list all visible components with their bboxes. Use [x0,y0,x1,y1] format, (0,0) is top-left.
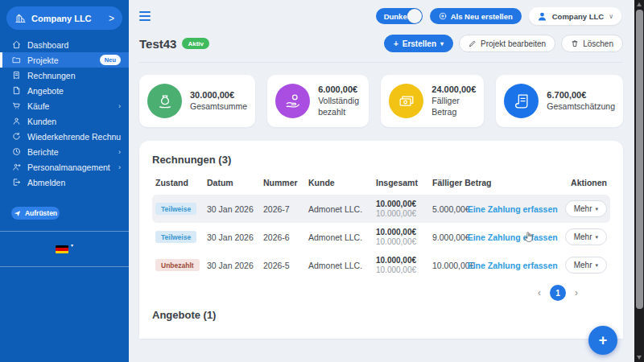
cash-icon [389,84,423,118]
create-as-new-button[interactable]: Als Neu erstellen [430,8,522,24]
table-row: Teilweise 30 Jan 2026 2026-7 Admonet LLC… [152,195,610,223]
invoice-date: 30 Jan 2026 [204,251,260,279]
upgrade-button[interactable]: Aufrüsten [11,207,60,220]
col-insgesamt: Insgesamt [373,169,429,195]
user-avatar-icon [537,11,547,22]
quotes-title: Angebote (1) [152,309,610,321]
col-datum: Datum [204,169,260,195]
plus-circle-icon [439,12,447,20]
caret-down-icon: ▾ [71,243,73,248]
invoice-customer: Admonet LLC. [305,223,373,251]
caret-down-icon: ▾ [595,234,598,241]
invoices-card: Rechnungen (3) Zustand Datum Nummer Kund… [139,141,623,339]
scroll-down-icon[interactable] [637,356,642,360]
invoice-icon [12,71,21,80]
status-badge: Aktiv [182,38,209,49]
scrollbar[interactable] [634,0,644,362]
sidebar-item-rechnungen[interactable]: Rechnungen [0,68,129,83]
edit-project-button[interactable]: Projekt bearbeiten [459,35,555,52]
plus-icon: + [599,332,608,349]
logout-icon [12,178,21,187]
add-floating-button[interactable]: + [588,326,617,355]
sidebar-item-projekte[interactable]: Projekte Neu [0,52,129,68]
sidebar-item-personalmanagement[interactable]: Personalmanagement (HRM) › [0,159,129,175]
col-nummer: Nummer [260,169,305,195]
sidebar-item-kunden[interactable]: Kunden [0,113,129,129]
table-row: Unbezahlt 30 Jan 2026 2026-5 Admonet LLC… [152,251,610,279]
chevron-down-icon: ∨ [609,13,613,20]
stat-card-estimate: 6.700,00€ Gesamtschätzung [496,75,623,127]
sidebar-item-angebote[interactable]: Angebote [0,83,129,98]
sidebar-item-berichte[interactable]: Berichte › [0,144,129,159]
account-dropdown[interactable]: Company LLC ∨ [529,7,621,25]
more-button[interactable]: Mehr ▾ [565,228,607,245]
caret-down-icon: ▾ [440,40,444,47]
record-payment-link[interactable]: Eine Zahlung erfassen [468,232,558,242]
topbar: Dunkel Als Neu erstellen Company LLC ∨ [129,0,634,25]
delete-button[interactable]: Löschen [561,35,623,52]
sidebar-item-wiederkehrende-rechnung[interactable]: Wiederkehrende Rechnung [0,129,129,144]
hand-coin-icon [275,84,310,118]
invoice-customer: Admonet LLC. [305,195,373,223]
language-selector[interactable]: ▾ [0,243,129,256]
german-flag-icon [56,245,68,253]
record-payment-link[interactable]: Eine Zahlung erfassen [468,204,558,214]
invoice-number: 2026-5 [260,251,305,279]
invoice-customer: Admonet LLC. [305,251,373,279]
col-faelliger-betrag: Fälliger Betrag [429,169,497,195]
page-content: Test43 Aktiv + Erstellen ▾ Projekt bearb… [129,35,634,339]
pagination-page-1[interactable]: 1 [550,285,566,301]
company-logo-label: Company LLC [31,14,104,23]
sidebar-divider [0,231,129,232]
recurring-icon [12,132,21,141]
paper-plane-icon [14,210,21,217]
dark-mode-label: Dunkel [384,12,410,21]
status-badge: Unbezahlt [155,259,200,271]
scroll-up-icon[interactable] [637,2,642,6]
menu-icon[interactable] [139,11,151,22]
main-area: Dunkel Als Neu erstellen Company LLC ∨ T… [129,0,634,362]
divider [139,62,623,63]
sidebar-item-dashboard[interactable]: Dashboard [0,37,129,52]
sidebar: Company LLC > Dashboard Projekte Neu Rec… [0,0,129,362]
pagination-next-icon[interactable]: › [575,288,578,298]
more-button[interactable]: Mehr ▾ [565,257,607,274]
record-payment-link[interactable]: Eine Zahlung erfassen [468,261,558,270]
pencil-icon [469,39,477,47]
chevron-right-icon: › [118,102,121,110]
invoices-title: Rechnungen (3) [152,154,610,166]
clock-icon [12,147,21,156]
more-button[interactable]: Mehr ▾ [565,200,607,217]
col-zustand: Zustand [152,169,204,195]
status-badge: Teilweise [155,231,196,243]
scrollbar-thumb[interactable] [636,10,643,309]
chevron-right-icon: › [118,148,121,156]
stat-card-total: 30.000,00€ Gesamtsumme [139,75,255,127]
money-bag-icon [147,84,182,118]
caret-down-icon: ▾ [595,262,598,269]
sidebar-nav: Dashboard Projekte Neu Rechnungen Angebo… [0,37,129,190]
company-logo-button[interactable]: Company LLC > [6,6,122,30]
dark-mode-toggle[interactable]: Dunkel [376,8,423,24]
sidebar-divider [0,266,129,267]
create-button[interactable]: + Erstellen ▾ [384,35,453,52]
estimate-scroll-icon [504,84,539,118]
col-aktionen: Aktionen [497,169,610,195]
invoice-date: 30 Jan 2026 [204,195,260,223]
sidebar-collapse-icon[interactable]: > [109,13,114,24]
sidebar-item-kaeufe[interactable]: Käufe › [0,98,129,113]
toggle-knob [407,9,422,23]
building-icon [14,12,27,24]
page-title: Test43 [139,37,176,51]
pagination-prev-icon[interactable]: ‹ [538,288,541,298]
chevron-right-icon: › [118,163,121,171]
document-icon [12,86,21,95]
folder-icon [12,56,21,64]
cart-icon [12,101,21,110]
people-icon [12,162,21,171]
stat-card-due: 24.000,00€ Fälliger Betrag [381,75,484,127]
trash-icon [571,39,579,47]
app-window: Company LLC > Dashboard Projekte Neu Rec… [0,0,644,362]
status-badge: Teilweise [155,203,196,215]
sidebar-item-abmelden[interactable]: Abmelden [0,175,129,190]
